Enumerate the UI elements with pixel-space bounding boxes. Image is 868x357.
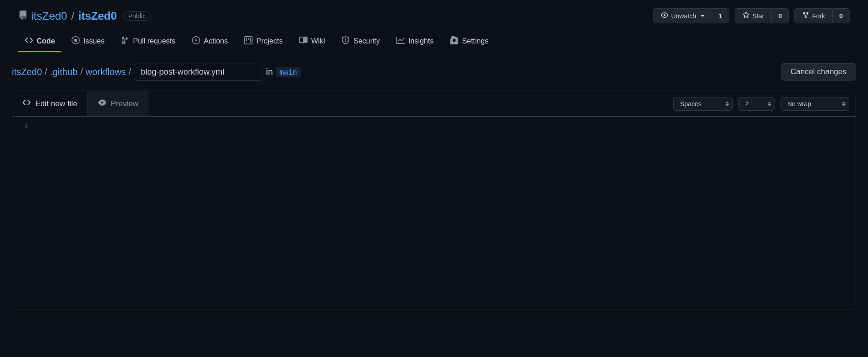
tab-issues[interactable]: Issues: [65, 32, 111, 52]
tab-code-label: Code: [37, 37, 55, 45]
tab-security-label: Security: [353, 37, 380, 45]
watch-count[interactable]: 1: [712, 8, 729, 23]
in-text: in: [266, 67, 273, 77]
path-separator: /: [129, 67, 132, 77]
eye-icon: [661, 11, 668, 20]
breadcrumb-row: itsZed0 / .github / workflows / in main …: [12, 63, 856, 81]
preview-tab[interactable]: Preview: [88, 91, 148, 116]
breadcrumb: itsZed0 / .github / workflows / in main: [12, 64, 301, 81]
fork-button[interactable]: Fork: [794, 8, 833, 23]
fork-label: Fork: [812, 12, 825, 20]
repo-header: itsZed0 / itsZed0 Public Unwatch 1 Star …: [0, 0, 868, 32]
line-gutter: 1: [12, 117, 40, 309]
breadcrumb-root[interactable]: itsZed0: [12, 67, 42, 77]
chevron-down-icon: [701, 15, 704, 17]
unwatch-label: Unwatch: [671, 12, 696, 20]
tab-pulls[interactable]: Pull requests: [115, 32, 182, 52]
star-label: Star: [753, 12, 764, 20]
content: itsZed0 / .github / workflows / in main …: [0, 52, 868, 320]
indent-mode-select[interactable]: Spaces: [673, 97, 733, 111]
filename-input[interactable]: [134, 64, 263, 81]
repo-name-link[interactable]: itsZed0: [78, 10, 117, 22]
eye-icon: [98, 98, 106, 109]
fork-button-group: Fork 0: [794, 8, 850, 23]
gear-icon: [450, 36, 458, 46]
tab-issues-label: Issues: [83, 37, 104, 45]
tab-projects-label: Projects: [256, 37, 283, 45]
repo-actions: Unwatch 1 Star 0 Fork 0: [653, 8, 850, 23]
editor-content[interactable]: 1: [12, 117, 856, 309]
tab-code[interactable]: Code: [18, 32, 61, 52]
repo-name-path: itsZed0 / itsZed0: [31, 10, 117, 22]
preview-tab-label: Preview: [111, 99, 138, 108]
visibility-badge: Public: [123, 11, 151, 21]
tab-settings-label: Settings: [462, 37, 489, 45]
issue-icon: [71, 36, 80, 46]
fork-count[interactable]: 0: [833, 8, 850, 23]
path-separator: /: [45, 67, 48, 77]
tab-pulls-label: Pull requests: [133, 37, 176, 45]
pull-request-icon: [121, 36, 129, 46]
watch-button-group: Unwatch 1: [653, 8, 729, 23]
repo-title: itsZed0 / itsZed0 Public: [18, 10, 151, 22]
tab-insights[interactable]: Insights: [390, 32, 440, 52]
fork-icon: [802, 11, 809, 20]
editor-tabs-left: Edit new file Preview: [12, 91, 148, 116]
project-icon: [244, 36, 253, 46]
play-icon: [192, 36, 200, 46]
tab-wiki-label: Wiki: [311, 37, 325, 45]
star-button[interactable]: Star: [735, 8, 772, 23]
edit-file-tab[interactable]: Edit new file: [12, 91, 88, 116]
graph-icon: [396, 36, 405, 46]
line-number: 1: [12, 122, 40, 130]
indent-size-select[interactable]: 2: [738, 97, 775, 111]
editor-settings: Spaces 2 No wrap: [673, 97, 856, 111]
edit-tab-label: Edit new file: [35, 99, 77, 108]
repo-nav: Code Issues Pull requests Actions Projec…: [0, 32, 868, 52]
star-icon: [742, 11, 750, 20]
unwatch-button[interactable]: Unwatch: [653, 8, 712, 23]
path-separator: /: [71, 10, 74, 22]
breadcrumb-github[interactable]: .github: [50, 67, 77, 77]
code-icon: [22, 98, 31, 109]
tab-settings[interactable]: Settings: [444, 32, 495, 52]
repo-icon: [18, 11, 27, 21]
tab-insights-label: Insights: [408, 37, 434, 45]
repo-owner-link[interactable]: itsZed0: [31, 10, 67, 22]
book-icon: [299, 36, 308, 46]
tab-security[interactable]: Security: [335, 32, 386, 52]
tab-actions[interactable]: Actions: [186, 32, 234, 52]
star-count[interactable]: 0: [772, 8, 789, 23]
tab-wiki[interactable]: Wiki: [293, 32, 331, 52]
breadcrumb-workflows[interactable]: workflows: [86, 67, 126, 77]
tab-actions-label: Actions: [204, 37, 228, 45]
tab-projects[interactable]: Projects: [238, 32, 289, 52]
shield-icon: [341, 36, 350, 46]
editor-box: Edit new file Preview Spaces 2: [12, 91, 856, 309]
branch-badge: main: [276, 67, 301, 77]
path-separator: /: [80, 67, 83, 77]
code-icon: [25, 36, 33, 46]
star-button-group: Star 0: [735, 8, 789, 23]
wrap-mode-select[interactable]: No wrap: [780, 97, 849, 111]
editor-tabs: Edit new file Preview Spaces 2: [12, 91, 856, 117]
cancel-changes-button[interactable]: Cancel changes: [781, 63, 856, 81]
